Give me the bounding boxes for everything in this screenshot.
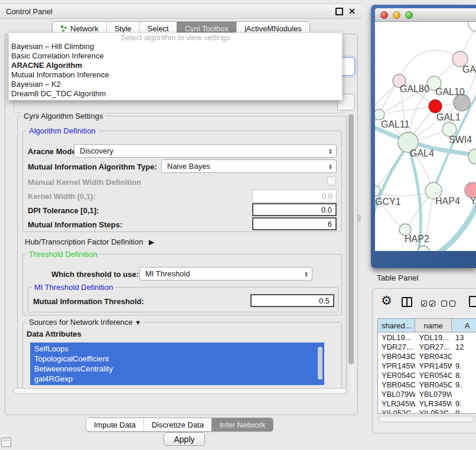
control-panel-titlebar: Control Panel ✕ — [0, 4, 361, 19]
network-view-window[interactable]: GALGAL80GAL10GAL1GAL11GAL4SWI4GCY1HAP4YH… — [371, 5, 476, 268]
expand-right-icon: ▶ — [149, 238, 154, 246]
select-all-icon[interactable]: ✓✓ — [421, 301, 435, 306]
table-row[interactable]: YPR145WYPR145W9. — [378, 361, 476, 370]
network-window-titlebar[interactable] — [375, 8, 476, 22]
column-header[interactable]: name — [415, 319, 452, 332]
table-cell: YER054C — [378, 371, 415, 380]
algorithm-option[interactable]: Mutual Information Inference — [9, 70, 342, 80]
kernel-width-input[interactable]: 0.0 — [252, 190, 337, 203]
float-panel-icon[interactable] — [335, 8, 343, 15]
attribute-item[interactable]: TopologicalCoefficient — [34, 354, 324, 364]
table-cell: 13 — [452, 333, 476, 342]
kernel-width-value: 0.0 — [322, 192, 332, 201]
network-node-gal11[interactable] — [375, 109, 384, 120]
table-panel-titlebar: Table Panel — [361, 267, 476, 288]
table-cell: YPR145W — [415, 361, 452, 370]
table-cell: YDR27... — [415, 343, 452, 351]
algorithm-option[interactable]: ARACNE Algorithm — [9, 61, 342, 70]
settings-vertical-scrollbar-thumb[interactable] — [348, 114, 354, 364]
attribute-item[interactable]: gal4RGexp — [34, 374, 324, 384]
mi-threshold-group-title: MI Threshold Definition — [32, 283, 115, 292]
data-attributes-label: Data Attributes — [27, 330, 81, 338]
attribute-item[interactable]: SelfLoops — [34, 344, 324, 354]
settings-vertical-scrollbar[interactable] — [347, 113, 354, 393]
which-threshold-select[interactable]: MI Threshold ▲▼ — [139, 267, 312, 281]
collapse-down-icon: ▼ — [135, 319, 141, 326]
table-cell: YBL079W — [415, 390, 452, 399]
network-node[interactable] — [468, 22, 476, 31]
apply-button[interactable]: Apply — [164, 432, 205, 446]
table-cell: YBR043C — [415, 352, 452, 361]
settings-horizontal-scrollbar[interactable] — [12, 388, 349, 394]
mi-threshold-value: 0.5 — [319, 296, 330, 305]
close-window-icon[interactable] — [380, 11, 388, 19]
stepper-arrows-icon: ▲▼ — [328, 164, 332, 169]
table-cell: 9. — [452, 399, 476, 408]
attribute-item[interactable]: BetweennessCentrality — [34, 364, 324, 374]
stepper-arrows-icon: ▲▼ — [328, 148, 332, 154]
mi-steps-input[interactable]: 6 — [252, 217, 337, 230]
aracne-mode-select[interactable]: Discovery ▲▼ — [74, 144, 337, 158]
algorithm-option[interactable]: Bayesian – K2 — [9, 80, 342, 89]
column-header[interactable]: A — [452, 319, 476, 332]
sources-group-title[interactable]: Sources for Network Inference ▼ — [27, 318, 144, 327]
node-label: GAL4 — [410, 148, 434, 158]
threshold-definition-group: Threshold Definition Which threshold to … — [22, 254, 342, 315]
tab-label: jActiveMNodules — [244, 24, 302, 33]
data-attributes-list[interactable]: SelfLoopsTopologicalCoefficientBetweenne… — [30, 343, 324, 385]
tab-label: Select — [148, 24, 169, 33]
bottom-tab-label: Impute Data — [94, 420, 136, 429]
node-table[interactable]: shared...nameAYDL19...YDL19...13YDR27...… — [377, 318, 476, 414]
settings-horizontal-scrollbar-thumb[interactable] — [14, 388, 347, 394]
bottom-tab-infer-network[interactable]: Infer Network — [211, 418, 273, 431]
network-canvas[interactable]: GALGAL80GAL10GAL1GAL11GAL4SWI4GCY1HAP4YH… — [375, 22, 476, 251]
which-threshold-value: MI Threshold — [145, 269, 190, 278]
table-row[interactable]: YBL079WYBL079W — [378, 389, 476, 399]
sources-title-text: Sources for Network Inference — [29, 318, 133, 327]
close-panel-icon[interactable]: ✕ — [348, 8, 356, 14]
table-row[interactable]: YDR27...YDR27...12 — [378, 342, 476, 351]
table-cell: YBL079W — [378, 390, 415, 399]
network-node-swi4[interactable] — [468, 149, 476, 164]
control-panel-title: Control Panel — [6, 7, 53, 16]
table-cell: YPR145W — [378, 361, 415, 370]
kernel-width-label: Kernel Width (0,1): — [28, 192, 96, 201]
minimize-window-icon[interactable] — [393, 11, 400, 19]
table-horizontal-scrollbar-thumb[interactable] — [379, 416, 474, 422]
node-label: HAP4 — [435, 196, 460, 206]
column-header[interactable]: shared... — [378, 319, 415, 332]
algorithm-option[interactable]: Dream8 DC_TDC Algorithm — [9, 89, 342, 99]
table-row[interactable]: YLR345WYLR345W9. — [378, 399, 476, 408]
table-row[interactable]: YER054CYER054C8. — [378, 370, 476, 380]
manual-kernel-label: Manual Kernel Width Definition — [28, 178, 141, 187]
network-node[interactable] — [454, 94, 470, 111]
algorithm-option[interactable]: Basic Correlation Inference — [9, 51, 342, 61]
table-horizontal-scrollbar[interactable] — [377, 416, 476, 422]
table-cell: YDR27... — [378, 343, 415, 351]
gear-icon[interactable]: ⚙ — [381, 294, 392, 308]
network-node[interactable] — [429, 100, 442, 113]
window-buttons: ✕ — [335, 8, 356, 15]
table-row[interactable]: YIL052CYIL052C9. — [378, 408, 476, 414]
hub-definition-toggle[interactable]: Hub/Transcription Factor Definition ▶ — [25, 237, 154, 246]
dpi-tolerance-input[interactable]: 0.0 — [252, 203, 337, 216]
bottom-tab-discretize-data[interactable]: Discretize Data — [144, 418, 211, 431]
list-scrollbar-thumb[interactable] — [318, 347, 322, 380]
deselect-all-icon[interactable] — [441, 301, 455, 306]
algorithm-option[interactable]: Bayesian – Hill Climbing — [9, 42, 342, 51]
mi-threshold-input[interactable]: 0.5 — [250, 294, 334, 307]
minimized-panel-icon[interactable] — [1, 438, 11, 447]
table-cell: YLR345W — [415, 399, 452, 408]
manual-kernel-checkbox[interactable] — [327, 177, 336, 185]
node-label: GAL11 — [381, 119, 410, 129]
mi-type-select[interactable]: Naive Bayes ▲▼ — [161, 159, 337, 173]
file-icon[interactable] — [469, 296, 476, 307]
table-row[interactable]: YDL19...YDL19...13 — [378, 332, 476, 342]
node-label: GCY1 — [375, 197, 401, 207]
table-row[interactable]: YBR043CYBR043C — [378, 351, 476, 361]
table-panel: ⚙ ✓✓ shared...nameAYDL19...YDL19...13YDR… — [372, 288, 476, 433]
zoom-window-icon[interactable] — [405, 11, 413, 19]
table-row[interactable]: YBR045CYBR045C9. — [378, 380, 476, 389]
bottom-tab-impute-data[interactable]: Impute Data — [86, 418, 144, 431]
columns-icon[interactable] — [402, 297, 412, 307]
